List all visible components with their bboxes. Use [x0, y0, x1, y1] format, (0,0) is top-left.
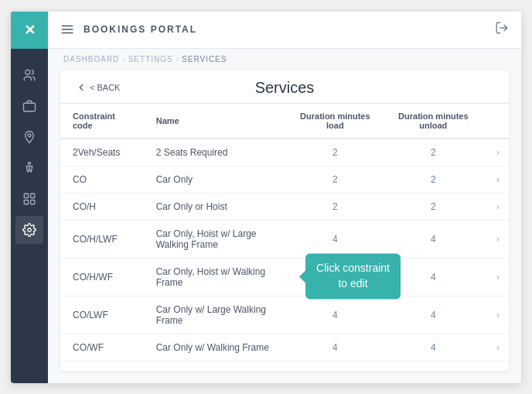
cell-constraint-code: CO/H/LWF [60, 220, 144, 258]
table-row[interactable]: CO/WF Car Only w/ Walking Frame 4 4 › [60, 334, 509, 361]
cell-chevron: › [484, 193, 509, 220]
cell-duration-load: 2 [288, 166, 383, 193]
col-constraint-code: Constraint code [60, 104, 144, 139]
table-row[interactable]: CO/H/LWF Car Only, Hoist w/ Large Walkin… [60, 220, 509, 258]
cell-constraint-code: CO/LWF [60, 296, 144, 334]
col-duration-load: Duration minutes load [288, 104, 383, 139]
sidebar-item-locations[interactable] [15, 123, 43, 151]
cell-chevron: › [484, 296, 509, 334]
table-row[interactable]: CO/H Car Only or Hoist 2 2 › [60, 193, 509, 220]
back-label: < BACK [90, 83, 120, 92]
breadcrumb-dashboard[interactable]: DASHBOARD [63, 55, 119, 63]
sidebar-item-users[interactable] [15, 61, 43, 89]
services-table: Constraint code Name Duration minutes lo… [60, 104, 509, 371]
cell-chevron: › [484, 258, 509, 296]
users-icon [22, 68, 36, 82]
table-row[interactable]: CO/LWF Car Only w/ Large Walking Frame 4… [60, 296, 509, 334]
cell-chevron: › [484, 139, 509, 166]
table-row[interactable]: CO Car Only 2 2 › [60, 166, 509, 193]
cell-name: Car Only, Hoist w/ Large Walking Frame [144, 220, 288, 258]
cell-name: Car Only or Hoist [144, 193, 288, 220]
svg-point-8 [28, 228, 32, 231]
cell-duration-unload: 4 [383, 220, 484, 258]
cell-constraint-code: CO [60, 166, 144, 193]
page-title: Services [76, 79, 493, 97]
app-logo[interactable]: ✕ [11, 12, 48, 49]
cell-duration-load: 2 [288, 193, 383, 220]
app-title: BOOKINGS PORTAL [84, 24, 486, 35]
cell-duration-unload: 7 [383, 361, 484, 371]
sidebar: ✕ [11, 12, 48, 383]
cell-constraint-code: EWC [60, 361, 144, 371]
cell-duration-unload: 4 [383, 334, 484, 361]
cell-name: Car Only [144, 166, 288, 193]
cell-chevron: › [484, 220, 509, 258]
accessibility-icon [22, 161, 36, 175]
back-button[interactable]: < BACK [76, 82, 120, 93]
cell-chevron: › [484, 166, 509, 193]
page-header: < BACK Services [60, 70, 509, 104]
cell-chevron: › [484, 334, 509, 361]
logout-icon [495, 21, 509, 35]
table-body: 2Veh/Seats 2 Seats Required 2 2 › CO Car… [60, 139, 509, 371]
cell-name: Electric Wheel Chair (can't transfer) [144, 361, 288, 371]
cell-duration-unload: 2 [383, 166, 484, 193]
cell-duration-load: 4 [288, 296, 383, 334]
svg-rect-1 [24, 103, 36, 111]
logout-button[interactable] [495, 21, 509, 38]
breadcrumb-sep-2: › [176, 55, 179, 63]
app-container: ✕ [11, 12, 521, 383]
location-icon [22, 130, 36, 144]
cell-chevron: › [484, 361, 509, 371]
breadcrumb: DASHBOARD › SETTINGS › SERVICES [48, 49, 521, 70]
svg-rect-7 [31, 200, 35, 204]
svg-point-2 [28, 133, 31, 136]
settings-icon [22, 223, 36, 237]
cell-duration-unload: 4 [383, 258, 484, 296]
cell-name: Car Only w/ Walking Frame [144, 334, 288, 361]
main-area: BOOKINGS PORTAL DASHBOARD › SETTINGS › S… [48, 12, 521, 383]
back-arrow-icon [76, 82, 87, 93]
briefcase-icon [22, 99, 36, 113]
topbar: BOOKINGS PORTAL [48, 12, 521, 49]
sidebar-item-person[interactable] [15, 185, 43, 213]
sidebar-nav [15, 55, 43, 383]
svg-rect-6 [24, 200, 28, 204]
cell-duration-unload: 4 [383, 296, 484, 334]
cell-duration-load: 4 [288, 334, 383, 361]
breadcrumb-settings[interactable]: SETTINGS [128, 55, 173, 63]
breadcrumb-services: SERVICES [182, 55, 227, 63]
menu-button[interactable] [60, 22, 74, 36]
table-row[interactable]: EWC Electric Wheel Chair (can't transfer… [60, 361, 509, 371]
hamburger-icon [60, 22, 74, 36]
cell-constraint-code: 2Veh/Seats [60, 139, 144, 166]
svg-rect-5 [31, 194, 35, 197]
breadcrumb-sep-1: › [122, 55, 124, 63]
svg-point-3 [29, 162, 31, 164]
cell-duration-unload: 2 [383, 139, 484, 166]
person-icon [22, 192, 36, 206]
cell-constraint-code: CO/H [60, 193, 144, 220]
svg-point-0 [26, 70, 30, 74]
cell-duration-load: 2 [288, 139, 383, 166]
table-row[interactable]: 2Veh/Seats 2 Seats Required 2 2 › [60, 139, 509, 166]
page-card: < BACK Services Constraint code Name Dur… [60, 70, 509, 371]
col-duration-unload: Duration minutes unload [383, 104, 484, 139]
logo-icon: ✕ [24, 22, 36, 39]
sidebar-item-accessibility[interactable] [15, 154, 43, 182]
sidebar-item-bookings[interactable] [15, 92, 43, 120]
svg-rect-4 [24, 194, 28, 197]
table-header-row: Constraint code Name Duration minutes lo… [60, 104, 509, 139]
cell-constraint-code: CO/H/WF [60, 258, 144, 296]
cell-duration-load: 4 [288, 220, 383, 258]
cell-duration-unload: 2 [383, 193, 484, 220]
cell-constraint-code: CO/WF [60, 334, 144, 361]
content-area: DASHBOARD › SETTINGS › SERVICES < BACK S… [48, 49, 521, 383]
cell-name: 2 Seats Required [144, 139, 288, 166]
services-table-container: Constraint code Name Duration minutes lo… [60, 104, 509, 371]
table-row[interactable]: CO/H/WF Car Only, Hoist w/ Walking Frame… [60, 258, 509, 296]
cell-name: Car Only, Hoist w/ Walking Frame [144, 258, 288, 296]
col-name: Name [144, 104, 288, 139]
cell-duration-load: 7 [288, 361, 383, 371]
sidebar-item-settings[interactable] [15, 216, 43, 244]
